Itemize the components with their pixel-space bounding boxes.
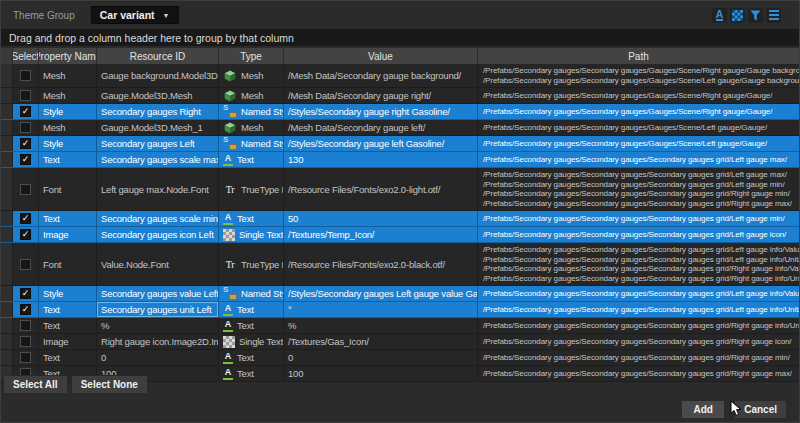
row-checkbox[interactable] — [20, 259, 31, 270]
row-gutter — [1, 211, 13, 226]
path-cell: /Prefabs/Secondary gauges/Secondary gaug… — [478, 350, 799, 365]
type-cell: AText — [219, 152, 284, 167]
table-row[interactable]: MeshGauge background.Model3D.MeshMesh/Me… — [1, 64, 799, 88]
group-by-bar[interactable]: Drag and drop a column header here to gr… — [1, 29, 799, 46]
select-cell: ✓ — [13, 211, 39, 226]
header-gutter — [1, 48, 13, 64]
chevron-down-icon: ▼ — [163, 12, 170, 19]
row-checkbox[interactable] — [20, 352, 31, 363]
mesh-icon — [223, 89, 237, 102]
value-cell: ° — [284, 302, 478, 317]
resource-mapping-dialog: Theme Group Car variant ▼ A Drag and dro… — [0, 0, 800, 423]
table-row[interactable]: ✓StyleSecondary gauges LeftSNamed Style/… — [1, 136, 799, 152]
filter-icon[interactable] — [748, 8, 763, 23]
path-line: /Prefabs/Secondary gauges/Secondary gaug… — [483, 369, 792, 379]
row-checkbox[interactable]: ✓ — [20, 229, 31, 240]
table-row[interactable]: Text%AText%/Prefabs/Secondary gauges/Sec… — [1, 318, 799, 334]
row-checkbox[interactable] — [20, 122, 31, 133]
text-icon: A — [223, 320, 233, 332]
value-cell: 50 — [284, 211, 478, 226]
path-cell: /Prefabs/Secondary gauges/Secondary gaug… — [478, 120, 799, 135]
table-row[interactable]: FontValue.Node.FontTrTrueType Font/Resou… — [1, 243, 799, 286]
path-line: /Prefabs/Secondary gauges/Secondary gaug… — [483, 337, 791, 347]
type-label: Single Texture — [239, 336, 284, 347]
resource-id-cell: Secondary gauges value Left — [97, 286, 219, 301]
property-cell: Style — [39, 136, 97, 151]
row-checkbox[interactable] — [20, 184, 31, 195]
column-header-value[interactable]: Value — [284, 48, 478, 64]
list-icon[interactable] — [766, 8, 781, 23]
type-label: Mesh — [241, 70, 263, 81]
type-cell: SNamed Style — [219, 136, 284, 151]
table-row[interactable]: ✓TextSecondary gauges scale max LeftATex… — [1, 152, 799, 168]
table-body: MeshGauge background.Model3D.MeshMesh/Me… — [1, 64, 799, 382]
type-cell: SNamed Style — [219, 104, 284, 119]
type-cell: Mesh — [219, 120, 284, 135]
table-row[interactable]: ✓TextSecondary gauges scale min LeftATex… — [1, 211, 799, 227]
value-cell: /Styles/Secondary gauge left Gasoline/ — [284, 136, 478, 151]
texture-icon[interactable] — [730, 8, 745, 23]
value-cell: 100 — [284, 366, 478, 381]
table-row[interactable]: ✓ImageSecondary gauges icon LeftSingle T… — [1, 227, 799, 243]
path-line: /Prefabs/Secondary gauges/Secondary gaug… — [483, 214, 785, 224]
path-line: /Prefabs/Secondary gauges/Secondary gaug… — [483, 76, 799, 86]
path-cell: /Prefabs/Secondary gauges/Secondary gaug… — [478, 152, 799, 167]
row-checkbox[interactable]: ✓ — [20, 288, 31, 299]
row-checkbox[interactable] — [20, 320, 31, 331]
row-checkbox[interactable] — [20, 336, 31, 347]
row-gutter — [1, 227, 13, 242]
cancel-button[interactable]: Cancel — [734, 400, 787, 419]
theme-group-dropdown[interactable]: Car variant ▼ — [91, 6, 179, 24]
path-cell: /Prefabs/Secondary gauges/Secondary gaug… — [478, 243, 799, 285]
row-checkbox[interactable]: ✓ — [20, 106, 31, 117]
font-icon[interactable]: A — [712, 8, 727, 23]
named-style-icon: S — [223, 105, 237, 118]
type-cell: AText — [219, 366, 284, 381]
column-header-property-name[interactable]: Property Name — [39, 48, 97, 64]
resource-id-cell: Secondary gauges icon Left — [97, 227, 219, 242]
row-gutter — [1, 152, 13, 167]
table-row[interactable]: MeshGauge.Model3D.MeshMesh/Mesh Data/Sec… — [1, 88, 799, 104]
type-label: Mesh — [241, 90, 263, 101]
property-cell: Style — [39, 286, 97, 301]
path-cell: /Prefabs/Secondary gauges/Secondary gaug… — [478, 318, 799, 333]
toolbar-icon-group: A — [712, 8, 781, 23]
add-button[interactable]: Add — [681, 400, 725, 419]
mesh-icon — [223, 121, 237, 134]
column-header-select[interactable]: Select — [13, 48, 39, 64]
path-line: /Prefabs/Secondary gauges/Secondary gaug… — [483, 230, 786, 240]
path-line: /Prefabs/Secondary gauges/Secondary gaug… — [483, 264, 799, 274]
row-checkbox[interactable]: ✓ — [20, 138, 31, 149]
row-checkbox[interactable]: ✓ — [20, 304, 31, 315]
row-checkbox[interactable] — [20, 90, 31, 101]
column-header-type[interactable]: Type — [219, 48, 284, 64]
value-cell: 130 — [284, 152, 478, 167]
path-line: /Prefabs/Secondary gauges/Secondary gaug… — [483, 170, 787, 180]
select-none-button[interactable]: Select None — [71, 375, 148, 394]
table-row[interactable]: FontLeft gauge max.Node.FontTrTrueType F… — [1, 168, 799, 211]
table-row[interactable]: MeshGauge.Model3D.Mesh_1Mesh/Mesh Data/S… — [1, 120, 799, 136]
resource-id-cell: Secondary gauges unit Left — [97, 302, 219, 317]
property-cell: Font — [39, 168, 97, 210]
property-cell: Mesh — [39, 64, 97, 87]
theme-group-dropdown-value: Car variant — [100, 9, 155, 21]
type-label: Named Style — [241, 288, 284, 299]
table-row[interactable]: ✓StyleSecondary gauges RightSNamed Style… — [1, 104, 799, 120]
column-header-resource-id[interactable]: Resource ID — [97, 48, 219, 64]
type-cell: AText — [219, 350, 284, 365]
column-header-path[interactable]: Path — [478, 48, 799, 64]
select-cell — [13, 350, 39, 365]
table-row[interactable]: ImageRight gauge icon.Image2D.ImageSingl… — [1, 334, 799, 350]
type-cell: Mesh — [219, 88, 284, 103]
table-row[interactable]: Text0AText0/Prefabs/Secondary gauges/Sec… — [1, 350, 799, 366]
row-checkbox[interactable]: ✓ — [20, 154, 31, 165]
table-row[interactable]: ✓StyleSecondary gauges value LeftSNamed … — [1, 286, 799, 302]
row-checkbox[interactable]: ✓ — [20, 213, 31, 224]
select-all-button[interactable]: Select All — [3, 375, 68, 394]
path-line: /Prefabs/Secondary gauges/Secondary gaug… — [483, 66, 799, 76]
value-cell: /Resource Files/Fonts/exo2.0-light.otf/ — [284, 168, 478, 210]
table-row[interactable]: ✓TextSecondary gauges unit LeftAText°/Pr… — [1, 302, 799, 318]
resource-id-cell: % — [97, 318, 219, 333]
type-cell: Single Texture — [219, 334, 284, 349]
row-checkbox[interactable] — [20, 70, 31, 81]
